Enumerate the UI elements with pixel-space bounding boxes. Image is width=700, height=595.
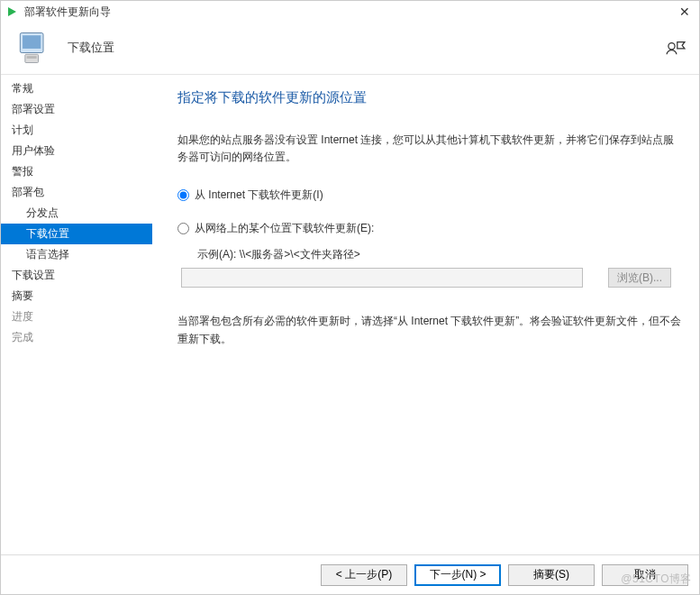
next-button[interactable]: 下一步(N) > <box>414 564 501 586</box>
radio-download-internet-input[interactable] <box>177 189 189 201</box>
browse-button[interactable]: 浏览(B)... <box>608 268 671 288</box>
wizard-header: 下载位置 <box>1 21 699 75</box>
content-description: 如果您的站点服务器没有设置 Internet 连接，您可以从其他计算机下载软件更… <box>177 121 683 175</box>
svg-marker-0 <box>8 7 16 16</box>
close-button[interactable]: ✕ <box>676 3 694 21</box>
sidebar-item-schedule[interactable]: 计划 <box>1 120 152 141</box>
sidebar-item-progress: 进度 <box>1 307 152 327</box>
network-path-input[interactable] <box>181 268 583 288</box>
feedback-icon[interactable] <box>665 39 686 57</box>
example-label: 示例(A): \\<服务器>\<文件夹路径> <box>197 247 683 262</box>
svg-point-5 <box>668 42 675 49</box>
wizard-content: 指定将下载的软件更新的源位置 如果您的站点服务器没有设置 Internet 连接… <box>152 75 699 554</box>
svg-rect-4 <box>27 56 37 59</box>
page-heading: 下载位置 <box>68 40 114 56</box>
cancel-button[interactable]: 取消 <box>602 564 688 586</box>
sidebar-item-download-loc[interactable]: 下载位置 <box>1 224 152 244</box>
sidebar-item-alerts[interactable]: 警报 <box>1 161 152 182</box>
sidebar-item-distpoints[interactable]: 分发点 <box>1 203 152 224</box>
sidebar-item-download-settings[interactable]: 下载设置 <box>1 265 152 286</box>
svg-rect-3 <box>25 54 39 62</box>
sidebar-item-general[interactable]: 常规 <box>1 78 152 99</box>
sidebar-item-package[interactable]: 部署包 <box>1 182 152 203</box>
content-title: 指定将下载的软件更新的源位置 <box>177 84 683 121</box>
computer-icon <box>14 28 53 68</box>
titlebar: 部署软件更新向导 ✕ <box>1 1 699 21</box>
radio-download-internet-label: 从 Internet 下载软件更新(I) <box>195 188 323 203</box>
window-title: 部署软件更新向导 <box>24 5 111 20</box>
sidebar-item-deploy-settings[interactable]: 部署设置 <box>1 99 152 120</box>
network-path-row: 浏览(B)... <box>181 268 683 288</box>
wizard-sidebar: 常规 部署设置 计划 用户体验 警报 部署包 分发点 下载位置 语言选择 下载设… <box>1 75 152 554</box>
svg-rect-2 <box>23 35 41 49</box>
sidebar-item-summary[interactable]: 摘要 <box>1 286 152 307</box>
back-button[interactable]: < 上一步(P) <box>321 564 407 586</box>
sidebar-item-languages[interactable]: 语言选择 <box>1 244 152 265</box>
sidebar-item-complete: 完成 <box>1 327 152 348</box>
radio-download-internet[interactable]: 从 Internet 下载软件更新(I) <box>177 188 683 203</box>
radio-download-network[interactable]: 从网络上的某个位置下载软件更新(E): <box>177 221 683 236</box>
content-note: 当部署包包含所有必需的软件更新时，请选择“从 Internet 下载软件更新”。… <box>177 313 683 347</box>
wizard-footer: < 上一步(P) 下一步(N) > 摘要(S) 取消 <box>1 554 699 594</box>
wizard-body: 常规 部署设置 计划 用户体验 警报 部署包 分发点 下载位置 语言选择 下载设… <box>1 75 699 554</box>
radio-download-network-label: 从网络上的某个位置下载软件更新(E): <box>195 221 374 236</box>
wizard-arrow-icon <box>6 5 19 18</box>
sidebar-item-ux[interactable]: 用户体验 <box>1 141 152 161</box>
summary-button[interactable]: 摘要(S) <box>508 564 595 586</box>
radio-download-network-input[interactable] <box>177 223 189 234</box>
